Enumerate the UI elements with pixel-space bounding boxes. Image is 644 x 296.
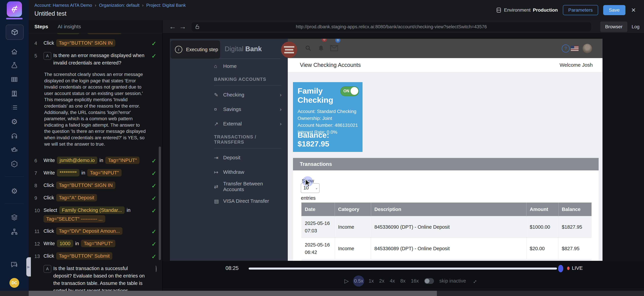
tab-steps[interactable]: Steps: [34, 24, 48, 29]
sidebar-item-visa-direct-transfer[interactable]: ▤VISA Direct Transfer: [214, 197, 282, 205]
save-button[interactable]: Save: [603, 5, 626, 15]
sidebar-item-transfer-between-accounts[interactable]: ⇄Transfer Between Accounts: [214, 183, 282, 190]
cell-balance: $1827.95: [558, 216, 592, 238]
progress-bar[interactable]: [249, 268, 557, 270]
search-icon[interactable]: [305, 45, 312, 52]
step-value-badge[interactable]: *********: [57, 33, 80, 34]
step-value-badge[interactable]: 1000: [57, 240, 73, 247]
grid-table-icon[interactable]: [11, 76, 18, 83]
fullscreen-expand-icon[interactable]: ↔: [470, 277, 479, 285]
tab-log-label: Log: [632, 24, 640, 29]
parameters-button[interactable]: Parameters: [563, 5, 598, 15]
browser-viewport: Digital Bank ⌂HomeBANKING ACCOUNTS✎Check…: [170, 39, 602, 261]
tab-ai-insights[interactable]: AI insights: [58, 24, 81, 29]
step-row[interactable]: 9ClickTag="A" Deposit✓: [34, 194, 162, 202]
step-target-badge[interactable]: Tag="BUTTON" Submit: [56, 252, 112, 260]
panel-collapse-handle[interactable]: ▶: [26, 257, 31, 277]
close-icon[interactable]: ✕: [630, 7, 637, 13]
sidebar-item-checking[interactable]: ✎Checking›: [214, 91, 282, 99]
speed-button-4x[interactable]: 4x: [390, 278, 395, 284]
sidebar-item-tests-active[interactable]: [6, 24, 24, 40]
skip-inactive-toggle[interactable]: [424, 278, 434, 284]
app-root: ⚙ ? ∞ ⚙ ? DC Account: Harness AITA Demo›…: [0, 0, 644, 296]
org-hierarchy-icon[interactable]: [11, 228, 18, 235]
step-value-badge[interactable]: jsmith@demo.io: [57, 156, 97, 164]
user-avatar[interactable]: DC: [10, 278, 19, 288]
step-row[interactable]: 6Writejsmith@demo.ioinTag="INPUT"✓: [34, 156, 162, 164]
step-target-badge[interactable]: Tag="SELECT" ---------- ...: [44, 215, 105, 223]
speed-button-2x[interactable]: 2x: [379, 278, 384, 284]
sidebar-item-deposit[interactable]: ⇥Deposit: [214, 154, 282, 161]
breadcrumb-link[interactable]: Project: Digital Bank: [146, 3, 186, 8]
date-value: 2025-05-16: [305, 242, 330, 248]
column-header[interactable]: Description: [371, 203, 526, 216]
column-header[interactable]: Category: [335, 203, 371, 216]
step-status: ✓: [152, 52, 156, 60]
step-row[interactable]: 12Write1000inTag="INPUT"✓: [34, 240, 162, 248]
breadcrumb-link[interactable]: Account: Harness AITA Demo: [34, 3, 92, 8]
step-row[interactable]: 13ClickTag="BUTTON" Submit✓: [34, 252, 162, 260]
step-target-badge[interactable]: Tag="INPUT": [81, 240, 115, 247]
speed-button-0.5x[interactable]: 0.5x: [353, 276, 364, 287]
step-row[interactable]: 10SelectFamily Checking (Standar...inTag…: [34, 206, 162, 223]
language-flag-icon[interactable]: [571, 46, 578, 51]
forward-icon[interactable]: →: [179, 22, 186, 31]
sidebar-item-external[interactable]: ↗External›: [214, 120, 282, 128]
step-row[interactable]: 3Write*********inTag="INPUT"✓: [34, 33, 162, 34]
lab-flask-icon[interactable]: [11, 61, 18, 69]
step-target-badge[interactable]: Tag="BUTTON" SIGN IN: [56, 181, 115, 189]
step-row[interactable]: AIs the last transaction a successful de…: [34, 265, 162, 291]
column-header[interactable]: Amount: [526, 203, 558, 216]
play-icon[interactable]: ▷: [344, 278, 349, 284]
horizontal-scrollbar[interactable]: [0, 291, 644, 296]
chat-help-icon[interactable]: ?: [10, 261, 18, 268]
speed-button-8x[interactable]: 8x: [400, 278, 406, 284]
bank-page-titlebar: View Checking Accounts Welcome Josh: [288, 58, 602, 72]
horizontal-scrollbar-thumb[interactable]: [29, 291, 437, 296]
steps-scrollbar[interactable]: [159, 147, 161, 260]
step-target-badge[interactable]: Tag="INPUT": [105, 156, 140, 164]
sidebar-item-savings[interactable]: ¤Savings›: [214, 105, 282, 113]
sidebar-toggle-button[interactable]: [281, 42, 297, 58]
account-active-toggle[interactable]: ON: [340, 86, 359, 96]
help-icon[interactable]: ?: [562, 44, 570, 52]
bank-user-avatar[interactable]: [582, 44, 592, 53]
pipeline-icon[interactable]: [11, 146, 18, 154]
sidebar-item-home[interactable]: ⌂Home: [214, 62, 282, 70]
notifications-bell-icon[interactable]: 0: [318, 45, 324, 52]
layers-settings-icon[interactable]: [11, 214, 18, 221]
progress-knob[interactable]: [558, 265, 563, 272]
step-target-badge[interactable]: Tag="BUTTON" SIGN IN: [56, 39, 115, 47]
step-row[interactable]: 4ClickTag="BUTTON" SIGN IN✓: [34, 39, 162, 47]
tab-log[interactable]: Log: [630, 21, 642, 32]
settings-gear-icon[interactable]: ⚙: [11, 118, 18, 126]
breadcrumb-link[interactable]: Organization: default: [99, 3, 140, 8]
step-row[interactable]: 8ClickTag="BUTTON" SIGN IN✓: [34, 181, 162, 189]
url-bar[interactable]: http://prod.dbank.staging-apps.relicx.ai…: [192, 22, 591, 31]
step-row[interactable]: 5AIs there an error message displayed wh…: [34, 52, 162, 66]
project-settings-gear-icon[interactable]: ⚙: [11, 187, 18, 195]
harness-logo-icon[interactable]: [7, 1, 22, 17]
column-header[interactable]: Balance: [558, 203, 592, 216]
step-target-badge[interactable]: Tag="INPUT": [87, 33, 122, 34]
speed-button-1x[interactable]: 1x: [368, 278, 374, 284]
step-target-badge[interactable]: Tag="A" Deposit: [56, 194, 97, 201]
tab-browser[interactable]: Browser: [600, 21, 627, 32]
support-headset-icon[interactable]: ?: [11, 132, 18, 140]
step-target-badge[interactable]: Tag="INPUT": [87, 169, 122, 176]
step-target-badge[interactable]: Tag="DIV" Deposit Amoun...: [56, 227, 123, 235]
messages-envelope-icon[interactable]: 0: [330, 45, 338, 52]
library-icon[interactable]: [11, 90, 18, 97]
back-icon[interactable]: ←: [169, 22, 176, 31]
step-number: 9: [34, 194, 42, 202]
step-value-badge[interactable]: Family Checking (Standar...: [59, 206, 125, 214]
infinity-chaos-icon[interactable]: ∞: [10, 160, 18, 168]
step-row[interactable]: 11ClickTag="DIV" Deposit Amoun...✓: [34, 227, 162, 235]
sidebar-item-withdraw[interactable]: ↦Withdraw: [214, 168, 282, 176]
column-header[interactable]: Date: [302, 203, 335, 216]
speed-button-16x[interactable]: 16x: [411, 278, 419, 284]
step-value-badge[interactable]: *********: [57, 169, 80, 176]
step-row[interactable]: 7Write*********inTag="INPUT"✓: [34, 169, 162, 177]
home-icon[interactable]: [11, 48, 18, 55]
list-icon[interactable]: [11, 104, 18, 111]
